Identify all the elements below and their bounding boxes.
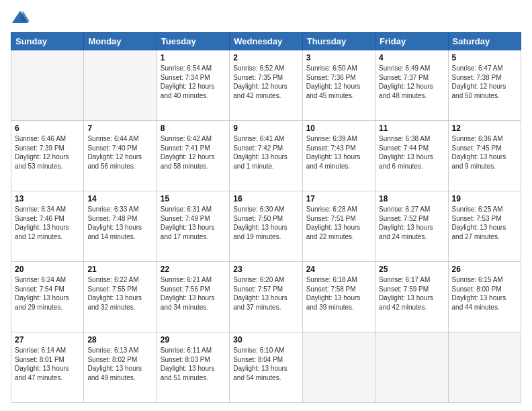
day-number: 22 <box>161 265 226 274</box>
day-number: 5 <box>452 53 517 62</box>
day-info: Sunrise: 6:13 AMSunset: 8:02 PMDaylight:… <box>87 346 152 382</box>
calendar-cell: 26Sunrise: 6:15 AMSunset: 8:00 PMDayligh… <box>448 262 521 332</box>
calendar-week-1: 6Sunrise: 6:46 AMSunset: 7:39 PMDaylight… <box>11 121 521 191</box>
day-number: 29 <box>161 335 226 345</box>
day-number: 21 <box>87 265 152 274</box>
calendar-cell: 15Sunrise: 6:31 AMSunset: 7:49 PMDayligh… <box>157 191 229 262</box>
day-number: 30 <box>233 335 298 345</box>
day-number: 14 <box>87 194 152 203</box>
day-number: 24 <box>306 265 371 274</box>
day-info: Sunrise: 6:30 AMSunset: 7:50 PMDaylight:… <box>233 205 298 241</box>
day-number: 27 <box>15 335 80 345</box>
calendar-cell: 16Sunrise: 6:30 AMSunset: 7:50 PMDayligh… <box>230 191 302 262</box>
day-number: 6 <box>15 124 80 133</box>
calendar-week-3: 20Sunrise: 6:24 AMSunset: 7:54 PMDayligh… <box>11 262 521 332</box>
day-number: 2 <box>233 53 298 62</box>
day-info: Sunrise: 6:25 AMSunset: 7:53 PMDaylight:… <box>452 205 517 241</box>
day-info: Sunrise: 6:22 AMSunset: 7:55 PMDaylight:… <box>87 275 152 312</box>
calendar-week-0: 1Sunrise: 6:54 AMSunset: 7:34 PMDaylight… <box>11 50 521 121</box>
logo <box>11 8 32 27</box>
day-number: 7 <box>87 124 152 133</box>
calendar-header-row: SundayMondayTuesdayWednesdayThursdayFrid… <box>11 33 521 50</box>
day-number: 19 <box>452 194 517 203</box>
calendar-cell: 5Sunrise: 6:47 AMSunset: 7:38 PMDaylight… <box>448 50 521 121</box>
calendar-cell: 14Sunrise: 6:33 AMSunset: 7:48 PMDayligh… <box>84 191 157 262</box>
day-info: Sunrise: 6:49 AMSunset: 7:37 PMDaylight:… <box>379 64 444 100</box>
day-info: Sunrise: 6:39 AMSunset: 7:43 PMDaylight:… <box>306 134 371 171</box>
day-info: Sunrise: 6:38 AMSunset: 7:44 PMDaylight:… <box>379 134 444 171</box>
calendar-cell: 1Sunrise: 6:54 AMSunset: 7:34 PMDaylight… <box>157 50 229 121</box>
day-info: Sunrise: 6:41 AMSunset: 7:42 PMDaylight:… <box>233 134 298 171</box>
day-info: Sunrise: 6:47 AMSunset: 7:38 PMDaylight:… <box>452 64 517 100</box>
calendar-cell: 18Sunrise: 6:27 AMSunset: 7:52 PMDayligh… <box>375 191 448 262</box>
calendar-cell: 12Sunrise: 6:36 AMSunset: 7:45 PMDayligh… <box>448 121 521 191</box>
weekday-header-saturday: Saturday <box>448 33 521 50</box>
day-info: Sunrise: 6:36 AMSunset: 7:45 PMDaylight:… <box>452 134 517 171</box>
day-number: 1 <box>161 53 226 62</box>
calendar-cell: 30Sunrise: 6:10 AMSunset: 8:04 PMDayligh… <box>230 332 302 403</box>
day-number: 11 <box>379 124 444 133</box>
calendar-cell <box>84 50 157 121</box>
svg-marker-1 <box>20 11 30 21</box>
day-number: 9 <box>233 124 298 133</box>
calendar-cell: 6Sunrise: 6:46 AMSunset: 7:39 PMDaylight… <box>11 121 84 191</box>
day-info: Sunrise: 6:17 AMSunset: 7:59 PMDaylight:… <box>379 275 444 312</box>
calendar-cell: 20Sunrise: 6:24 AMSunset: 7:54 PMDayligh… <box>11 262 84 332</box>
day-number: 28 <box>87 335 152 345</box>
calendar-cell: 13Sunrise: 6:34 AMSunset: 7:46 PMDayligh… <box>11 191 84 262</box>
calendar-cell: 28Sunrise: 6:13 AMSunset: 8:02 PMDayligh… <box>84 332 157 403</box>
calendar-cell: 23Sunrise: 6:20 AMSunset: 7:57 PMDayligh… <box>230 262 302 332</box>
calendar-cell: 3Sunrise: 6:50 AMSunset: 7:36 PMDaylight… <box>302 50 375 121</box>
day-info: Sunrise: 6:24 AMSunset: 7:54 PMDaylight:… <box>15 275 80 312</box>
day-info: Sunrise: 6:44 AMSunset: 7:40 PMDaylight:… <box>87 134 152 171</box>
day-number: 10 <box>306 124 371 133</box>
weekday-header-friday: Friday <box>375 33 448 50</box>
day-info: Sunrise: 6:54 AMSunset: 7:34 PMDaylight:… <box>161 64 226 100</box>
day-info: Sunrise: 6:18 AMSunset: 7:58 PMDaylight:… <box>306 275 371 312</box>
day-info: Sunrise: 6:46 AMSunset: 7:39 PMDaylight:… <box>15 134 80 171</box>
calendar-cell: 19Sunrise: 6:25 AMSunset: 7:53 PMDayligh… <box>448 191 521 262</box>
calendar-cell: 2Sunrise: 6:52 AMSunset: 7:35 PMDaylight… <box>230 50 302 121</box>
calendar-cell: 21Sunrise: 6:22 AMSunset: 7:55 PMDayligh… <box>84 262 157 332</box>
day-number: 18 <box>379 194 444 203</box>
day-number: 23 <box>233 265 298 274</box>
page: SundayMondayTuesdayWednesdayThursdayFrid… <box>0 0 532 411</box>
day-info: Sunrise: 6:42 AMSunset: 7:41 PMDaylight:… <box>161 134 226 171</box>
day-number: 25 <box>379 265 444 274</box>
weekday-header-sunday: Sunday <box>11 33 84 50</box>
day-info: Sunrise: 6:28 AMSunset: 7:51 PMDaylight:… <box>306 205 371 241</box>
logo-icon <box>11 8 30 27</box>
calendar-cell: 7Sunrise: 6:44 AMSunset: 7:40 PMDaylight… <box>84 121 157 191</box>
calendar-week-4: 27Sunrise: 6:14 AMSunset: 8:01 PMDayligh… <box>11 332 521 403</box>
calendar-cell: 25Sunrise: 6:17 AMSunset: 7:59 PMDayligh… <box>375 262 448 332</box>
day-info: Sunrise: 6:31 AMSunset: 7:49 PMDaylight:… <box>161 205 226 241</box>
day-info: Sunrise: 6:11 AMSunset: 8:03 PMDaylight:… <box>161 346 226 382</box>
calendar-cell: 22Sunrise: 6:21 AMSunset: 7:56 PMDayligh… <box>157 262 229 332</box>
weekday-header-thursday: Thursday <box>302 33 375 50</box>
day-info: Sunrise: 6:52 AMSunset: 7:35 PMDaylight:… <box>233 64 298 100</box>
day-info: Sunrise: 6:21 AMSunset: 7:56 PMDaylight:… <box>161 275 226 312</box>
weekday-header-tuesday: Tuesday <box>157 33 229 50</box>
weekday-header-monday: Monday <box>84 33 157 50</box>
calendar-cell: 17Sunrise: 6:28 AMSunset: 7:51 PMDayligh… <box>302 191 375 262</box>
day-number: 8 <box>161 124 226 133</box>
day-info: Sunrise: 6:20 AMSunset: 7:57 PMDaylight:… <box>233 275 298 312</box>
day-number: 15 <box>161 194 226 203</box>
calendar-table: SundayMondayTuesdayWednesdayThursdayFrid… <box>11 32 521 403</box>
day-info: Sunrise: 6:14 AMSunset: 8:01 PMDaylight:… <box>15 346 80 382</box>
calendar-cell <box>11 50 84 121</box>
calendar-cell: 8Sunrise: 6:42 AMSunset: 7:41 PMDaylight… <box>157 121 229 191</box>
day-info: Sunrise: 6:10 AMSunset: 8:04 PMDaylight:… <box>233 346 298 382</box>
calendar-cell: 10Sunrise: 6:39 AMSunset: 7:43 PMDayligh… <box>302 121 375 191</box>
calendar-cell <box>448 332 521 403</box>
calendar-cell: 4Sunrise: 6:49 AMSunset: 7:37 PMDaylight… <box>375 50 448 121</box>
calendar-cell: 24Sunrise: 6:18 AMSunset: 7:58 PMDayligh… <box>302 262 375 332</box>
day-info: Sunrise: 6:15 AMSunset: 8:00 PMDaylight:… <box>452 275 517 312</box>
day-number: 12 <box>452 124 517 133</box>
calendar-cell <box>375 332 448 403</box>
day-number: 26 <box>452 265 517 274</box>
calendar-cell: 27Sunrise: 6:14 AMSunset: 8:01 PMDayligh… <box>11 332 84 403</box>
day-number: 3 <box>306 53 371 62</box>
calendar-cell: 11Sunrise: 6:38 AMSunset: 7:44 PMDayligh… <box>375 121 448 191</box>
calendar-cell <box>302 332 375 403</box>
